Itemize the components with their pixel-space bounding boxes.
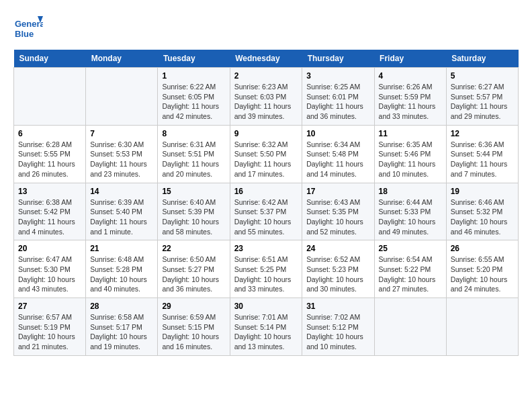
day-info: Sunrise: 6:35 AM Sunset: 5:46 PM Dayligh… [379,140,442,179]
calendar-cell: 9Sunrise: 6:32 AM Sunset: 5:50 PM Daylig… [230,125,302,183]
day-number: 11 [379,129,442,138]
calendar-week-row: 6Sunrise: 6:28 AM Sunset: 5:55 PM Daylig… [14,125,519,183]
calendar-cell: 16Sunrise: 6:42 AM Sunset: 5:37 PM Dayli… [230,183,302,240]
calendar-cell: 31Sunrise: 7:02 AM Sunset: 5:12 PM Dayli… [302,298,374,356]
day-number: 8 [162,129,225,138]
weekday-header-saturday: Saturday [446,50,518,68]
day-number: 22 [162,244,225,253]
day-number: 14 [90,187,153,196]
calendar-cell: 11Sunrise: 6:35 AM Sunset: 5:46 PM Dayli… [374,125,446,183]
day-number: 31 [306,302,369,311]
day-info: Sunrise: 6:48 AM Sunset: 5:28 PM Dayligh… [90,255,153,294]
calendar-cell: 23Sunrise: 6:51 AM Sunset: 5:25 PM Dayli… [230,240,302,298]
svg-text:Blue: Blue [15,29,34,39]
day-number: 28 [90,302,153,311]
weekday-header-monday: Monday [86,50,158,68]
day-number: 4 [379,71,442,81]
day-info: Sunrise: 6:47 AM Sunset: 5:30 PM Dayligh… [18,255,81,294]
day-info: Sunrise: 6:36 AM Sunset: 5:44 PM Dayligh… [451,140,514,179]
day-info: Sunrise: 6:22 AM Sunset: 6:05 PM Dayligh… [162,82,225,122]
calendar-cell: 12Sunrise: 6:36 AM Sunset: 5:44 PM Dayli… [446,125,518,183]
weekday-header-tuesday: Tuesday [158,50,230,68]
calendar-cell: 27Sunrise: 6:57 AM Sunset: 5:19 PM Dayli… [14,298,86,356]
calendar-cell: 6Sunrise: 6:28 AM Sunset: 5:55 PM Daylig… [14,125,86,183]
day-number: 5 [451,71,514,81]
day-info: Sunrise: 6:57 AM Sunset: 5:19 PM Dayligh… [18,312,81,352]
calendar-week-row: 20Sunrise: 6:47 AM Sunset: 5:30 PM Dayli… [14,240,519,298]
calendar-cell: 1Sunrise: 6:22 AM Sunset: 6:05 PM Daylig… [158,68,230,126]
day-info: Sunrise: 6:28 AM Sunset: 5:55 PM Dayligh… [18,140,81,179]
calendar-cell: 19Sunrise: 6:46 AM Sunset: 5:32 PM Dayli… [446,183,518,240]
day-info: Sunrise: 6:25 AM Sunset: 6:01 PM Dayligh… [306,82,369,122]
day-number: 9 [234,129,298,138]
calendar-cell: 17Sunrise: 6:43 AM Sunset: 5:35 PM Dayli… [302,183,374,240]
day-number: 15 [162,187,225,196]
day-info: Sunrise: 6:54 AM Sunset: 5:22 PM Dayligh… [379,255,442,294]
day-info: Sunrise: 6:32 AM Sunset: 5:50 PM Dayligh… [234,140,298,179]
day-number: 19 [451,187,514,196]
day-info: Sunrise: 6:44 AM Sunset: 5:33 PM Dayligh… [379,197,442,237]
logo: General Blue [13,13,43,43]
calendar-week-row: 13Sunrise: 6:38 AM Sunset: 5:42 PM Dayli… [14,183,519,240]
calendar-cell [374,298,446,356]
day-number: 30 [234,302,298,311]
calendar-cell: 5Sunrise: 6:27 AM Sunset: 5:57 PM Daylig… [446,68,518,126]
day-info: Sunrise: 6:38 AM Sunset: 5:42 PM Dayligh… [18,197,81,237]
day-number: 17 [306,187,369,196]
calendar-week-row: 1Sunrise: 6:22 AM Sunset: 6:05 PM Daylig… [14,68,519,126]
svg-text:General: General [15,19,43,29]
calendar-cell: 30Sunrise: 7:01 AM Sunset: 5:14 PM Dayli… [230,298,302,356]
weekday-header-thursday: Thursday [302,50,374,68]
day-info: Sunrise: 6:39 AM Sunset: 5:40 PM Dayligh… [90,197,153,237]
day-number: 20 [18,244,81,253]
calendar-cell: 2Sunrise: 6:23 AM Sunset: 6:03 PM Daylig… [230,68,302,126]
calendar-table: SundayMondayTuesdayWednesdayThursdayFrid… [13,50,519,356]
day-number: 29 [162,302,225,311]
calendar-week-row: 27Sunrise: 6:57 AM Sunset: 5:19 PM Dayli… [14,298,519,356]
day-info: Sunrise: 6:51 AM Sunset: 5:25 PM Dayligh… [234,255,298,294]
calendar-cell: 21Sunrise: 6:48 AM Sunset: 5:28 PM Dayli… [86,240,158,298]
day-number: 23 [234,244,298,253]
calendar-cell: 14Sunrise: 6:39 AM Sunset: 5:40 PM Dayli… [86,183,158,240]
calendar-cell: 7Sunrise: 6:30 AM Sunset: 5:53 PM Daylig… [86,125,158,183]
weekday-header-friday: Friday [374,50,446,68]
day-number: 7 [90,129,153,138]
calendar-cell [86,68,158,126]
calendar-cell: 13Sunrise: 6:38 AM Sunset: 5:42 PM Dayli… [14,183,86,240]
day-number: 10 [306,129,369,138]
weekday-header-sunday: Sunday [14,50,86,68]
day-info: Sunrise: 6:27 AM Sunset: 5:57 PM Dayligh… [451,82,514,122]
calendar-cell: 20Sunrise: 6:47 AM Sunset: 5:30 PM Dayli… [14,240,86,298]
calendar-cell: 4Sunrise: 6:26 AM Sunset: 5:59 PM Daylig… [374,68,446,126]
day-info: Sunrise: 6:30 AM Sunset: 5:53 PM Dayligh… [90,140,153,179]
day-info: Sunrise: 6:26 AM Sunset: 5:59 PM Dayligh… [379,82,442,122]
day-number: 12 [451,129,514,138]
weekday-header-row: SundayMondayTuesdayWednesdayThursdayFrid… [14,50,519,68]
calendar-cell [446,298,518,356]
weekday-header-wednesday: Wednesday [230,50,302,68]
day-number: 24 [306,244,369,253]
calendar-cell: 26Sunrise: 6:55 AM Sunset: 5:20 PM Dayli… [446,240,518,298]
calendar-cell: 24Sunrise: 6:52 AM Sunset: 5:23 PM Dayli… [302,240,374,298]
day-number: 25 [379,244,442,253]
day-info: Sunrise: 6:23 AM Sunset: 6:03 PM Dayligh… [234,82,298,122]
calendar-cell: 10Sunrise: 6:34 AM Sunset: 5:48 PM Dayli… [302,125,374,183]
day-info: Sunrise: 6:55 AM Sunset: 5:20 PM Dayligh… [451,255,514,294]
day-info: Sunrise: 6:50 AM Sunset: 5:27 PM Dayligh… [162,255,225,294]
day-info: Sunrise: 6:46 AM Sunset: 5:32 PM Dayligh… [451,197,514,237]
day-info: Sunrise: 6:34 AM Sunset: 5:48 PM Dayligh… [306,140,369,179]
day-info: Sunrise: 6:42 AM Sunset: 5:37 PM Dayligh… [234,197,298,237]
day-number: 18 [379,187,442,196]
calendar-cell [14,68,86,126]
header: General Blue [13,13,519,43]
calendar-cell: 18Sunrise: 6:44 AM Sunset: 5:33 PM Dayli… [374,183,446,240]
day-number: 27 [18,302,81,311]
day-number: 6 [18,129,81,138]
calendar-cell: 8Sunrise: 6:31 AM Sunset: 5:51 PM Daylig… [158,125,230,183]
calendar-cell: 28Sunrise: 6:58 AM Sunset: 5:17 PM Dayli… [86,298,158,356]
calendar-cell: 3Sunrise: 6:25 AM Sunset: 6:01 PM Daylig… [302,68,374,126]
calendar-cell: 25Sunrise: 6:54 AM Sunset: 5:22 PM Dayli… [374,240,446,298]
logo-icon: General Blue [13,13,43,43]
day-number: 21 [90,244,153,253]
day-info: Sunrise: 6:58 AM Sunset: 5:17 PM Dayligh… [90,312,153,352]
